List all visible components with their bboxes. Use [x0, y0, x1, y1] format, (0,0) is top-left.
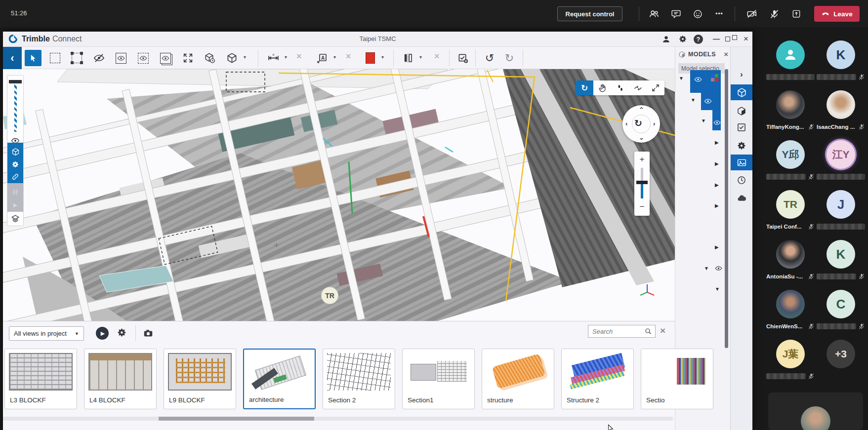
markup-text-button[interactable]	[313, 50, 330, 66]
avatar[interactable]	[776, 240, 805, 269]
view-card-l3-blockf[interactable]: L3 BLOCKF	[4, 349, 77, 409]
views-filter-dropdown[interactable]: All views in project ▼	[9, 326, 84, 341]
settings-tab[interactable]	[731, 138, 752, 154]
history-tab[interactable]	[731, 172, 752, 188]
orbit-dpad[interactable]: ⌃ ⌄ ‹ › ↻	[622, 105, 660, 143]
layers-button[interactable]	[7, 212, 23, 226]
section-slider-track[interactable]	[14, 84, 17, 132]
add-todo-button[interactable]	[455, 50, 471, 66]
walk-tool-button[interactable]	[611, 80, 629, 95]
participant-tile[interactable]: J	[817, 190, 865, 237]
settings-tool-button[interactable]	[7, 157, 23, 171]
tree-expand-caret[interactable]: ▼	[704, 266, 709, 271]
avatar[interactable]: C	[827, 290, 855, 318]
avatar[interactable]: J	[827, 190, 855, 219]
account-button[interactable]	[660, 34, 672, 44]
tree-collapsed-caret[interactable]: ▶	[715, 161, 719, 166]
clip-plane-button[interactable]	[399, 50, 416, 66]
view-card-l4-blockf[interactable]: L4 BLOCKF	[84, 349, 157, 409]
undo-button[interactable]: ↺	[481, 50, 498, 66]
markup-color-button[interactable]	[362, 50, 378, 66]
participant-tile[interactable]: TiffanyKong...	[766, 90, 815, 138]
participant-tile[interactable]	[766, 40, 815, 88]
avatar[interactable]	[827, 90, 855, 119]
avatar[interactable]: 江Y	[827, 140, 855, 169]
capture-view-button[interactable]	[143, 328, 154, 339]
view-card-section-2[interactable]: Section 2	[323, 349, 395, 409]
participant-tile[interactable]: Y邱	[766, 140, 815, 188]
avatar[interactable]: Y邱	[776, 140, 805, 169]
views-scrollbar[interactable]	[3, 417, 673, 421]
view-cube-button[interactable]	[223, 50, 240, 66]
share-button[interactable]	[788, 6, 804, 21]
reactions-button[interactable]	[690, 6, 705, 21]
close-button[interactable]: ×	[740, 34, 752, 44]
color-caret[interactable]: ▾	[381, 54, 384, 60]
tree-collapsed-caret[interactable]: ▶	[715, 203, 719, 208]
sync-tab[interactable]	[731, 190, 752, 206]
models-tab[interactable]	[731, 84, 752, 100]
dpad-up-icon[interactable]: ⌃	[639, 106, 644, 114]
view-card-structure[interactable]: structure	[482, 349, 554, 409]
request-control-button[interactable]: Request control	[557, 6, 622, 21]
orbit-tool-button[interactable]: ↻	[576, 80, 593, 95]
show-only-button[interactable]	[113, 50, 129, 66]
dpad-down-icon[interactable]: ⌄	[639, 134, 644, 141]
participant-tile[interactable]: IsaacChang ...	[817, 90, 865, 138]
view-cube-caret[interactable]: ▾	[244, 54, 246, 60]
viewport-3d[interactable]: + TR ▶ ↻	[3, 69, 675, 321]
redo-button[interactable]: ↻	[501, 50, 518, 66]
chat-button[interactable]	[668, 6, 684, 21]
zoom-in-button[interactable]: +	[634, 155, 650, 164]
model-tool-button[interactable]	[7, 145, 23, 158]
model-states-button[interactable]	[201, 50, 218, 66]
views-tab[interactable]	[731, 155, 752, 170]
participant-tile[interactable]: K	[817, 240, 865, 287]
participant-tile[interactable]: J葉	[766, 340, 815, 387]
fullscreen-button[interactable]	[647, 80, 664, 95]
camera-toggle-button[interactable]	[744, 6, 760, 21]
tree-collapsed-caret[interactable]: ▶	[715, 140, 719, 145]
play-views-button[interactable]: ▶	[96, 327, 109, 340]
show-all-button[interactable]	[157, 50, 174, 66]
hide-object-button[interactable]	[90, 50, 107, 66]
models-scrollbar[interactable]	[725, 69, 728, 348]
avatar[interactable]	[776, 90, 805, 119]
help-button[interactable]: ?	[694, 35, 703, 44]
avatar[interactable]: J葉	[776, 340, 805, 368]
participant-tile[interactable]: 江Y	[817, 140, 865, 188]
view-card-sectio[interactable]: Sectio	[641, 349, 713, 409]
view-card-l9-blockf[interactable]: L9 BLOCKF	[164, 349, 236, 409]
fit-to-view-button[interactable]	[179, 50, 196, 66]
show-selection-button[interactable]	[135, 50, 152, 66]
models-close-icon[interactable]: ×	[724, 50, 728, 58]
search-icon[interactable]	[644, 327, 652, 335]
back-button[interactable]: ‹	[3, 47, 22, 69]
restore-button[interactable]	[725, 34, 737, 44]
link-tool-button[interactable]	[7, 170, 23, 184]
view-card-structure-2[interactable]: Structure 2	[561, 349, 634, 409]
dpad-left-icon[interactable]: ‹	[625, 120, 627, 127]
markup-text-caret[interactable]: ▾	[333, 54, 336, 60]
participant-tile[interactable]: +3	[817, 340, 865, 387]
tree-expand-caret[interactable]: ▼	[715, 286, 720, 292]
zoom-handle[interactable]	[636, 181, 648, 184]
tree-expand-caret[interactable]: ▼	[679, 76, 684, 81]
avatar[interactable]	[776, 40, 805, 69]
leave-button[interactable]: Leave	[814, 6, 860, 22]
search-input[interactable]	[591, 327, 642, 336]
close-views-panel-icon[interactable]: ×	[660, 325, 665, 336]
tree-collapsed-caret[interactable]: ▶	[715, 182, 719, 188]
pan-tool-button[interactable]	[593, 80, 611, 95]
views-settings-button[interactable]	[117, 327, 127, 338]
clip-caret[interactable]: ▾	[419, 54, 422, 60]
select-tool-button[interactable]	[25, 50, 41, 66]
settings-button[interactable]	[677, 34, 689, 44]
participant-tile[interactable]: TRTaipei Conf...	[766, 190, 815, 237]
views-scrollbar-thumb[interactable]	[159, 417, 314, 421]
multi-select-button[interactable]	[68, 50, 85, 66]
participant-tile[interactable]: K	[817, 40, 865, 88]
tree-expand-caret[interactable]: ▼	[701, 118, 706, 123]
mic-toggle-button[interactable]	[766, 6, 782, 21]
section-slider-handle[interactable]	[9, 80, 22, 83]
